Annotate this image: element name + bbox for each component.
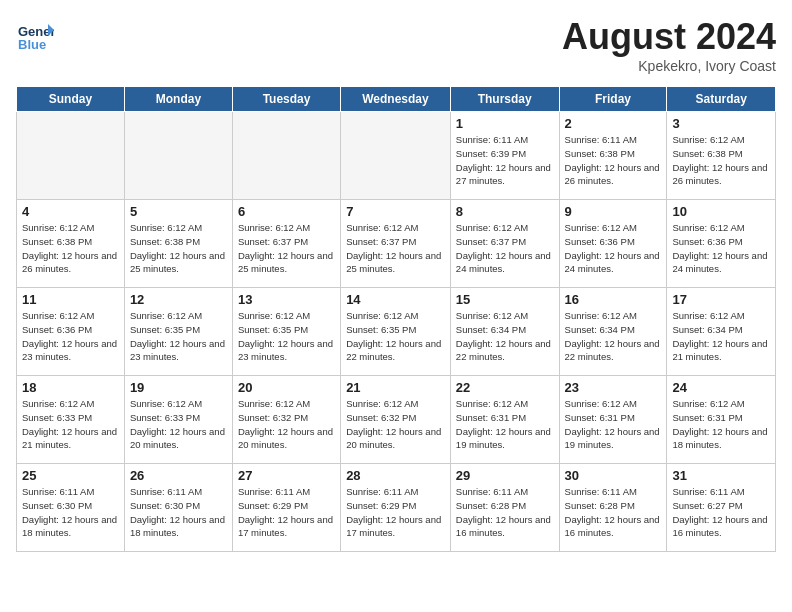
day-number: 3 (672, 116, 770, 131)
table-row (341, 112, 451, 200)
day-number: 4 (22, 204, 119, 219)
sun-info: Sunrise: 6:12 AM Sunset: 6:31 PM Dayligh… (672, 397, 770, 452)
sun-info: Sunrise: 6:11 AM Sunset: 6:29 PM Dayligh… (238, 485, 335, 540)
calendar-week-row: 25Sunrise: 6:11 AM Sunset: 6:30 PM Dayli… (17, 464, 776, 552)
sun-info: Sunrise: 6:11 AM Sunset: 6:28 PM Dayligh… (456, 485, 554, 540)
sun-info: Sunrise: 6:11 AM Sunset: 6:30 PM Dayligh… (22, 485, 119, 540)
sun-info: Sunrise: 6:12 AM Sunset: 6:31 PM Dayligh… (565, 397, 662, 452)
sun-info: Sunrise: 6:12 AM Sunset: 6:32 PM Dayligh… (346, 397, 445, 452)
col-monday: Monday (124, 87, 232, 112)
day-number: 18 (22, 380, 119, 395)
table-row: 11Sunrise: 6:12 AM Sunset: 6:36 PM Dayli… (17, 288, 125, 376)
day-number: 11 (22, 292, 119, 307)
sun-info: Sunrise: 6:12 AM Sunset: 6:37 PM Dayligh… (238, 221, 335, 276)
sun-info: Sunrise: 6:12 AM Sunset: 6:38 PM Dayligh… (672, 133, 770, 188)
day-number: 9 (565, 204, 662, 219)
sun-info: Sunrise: 6:11 AM Sunset: 6:28 PM Dayligh… (565, 485, 662, 540)
col-sunday: Sunday (17, 87, 125, 112)
table-row: 21Sunrise: 6:12 AM Sunset: 6:32 PM Dayli… (341, 376, 451, 464)
sun-info: Sunrise: 6:12 AM Sunset: 6:37 PM Dayligh… (346, 221, 445, 276)
day-number: 13 (238, 292, 335, 307)
day-number: 2 (565, 116, 662, 131)
sun-info: Sunrise: 6:11 AM Sunset: 6:30 PM Dayligh… (130, 485, 227, 540)
col-saturday: Saturday (667, 87, 776, 112)
day-number: 28 (346, 468, 445, 483)
table-row: 29Sunrise: 6:11 AM Sunset: 6:28 PM Dayli… (450, 464, 559, 552)
table-row: 5Sunrise: 6:12 AM Sunset: 6:38 PM Daylig… (124, 200, 232, 288)
table-row: 2Sunrise: 6:11 AM Sunset: 6:38 PM Daylig… (559, 112, 667, 200)
sun-info: Sunrise: 6:12 AM Sunset: 6:36 PM Dayligh… (565, 221, 662, 276)
logo: General Blue (16, 16, 54, 54)
sun-info: Sunrise: 6:12 AM Sunset: 6:34 PM Dayligh… (456, 309, 554, 364)
table-row: 28Sunrise: 6:11 AM Sunset: 6:29 PM Dayli… (341, 464, 451, 552)
sun-info: Sunrise: 6:12 AM Sunset: 6:33 PM Dayligh… (22, 397, 119, 452)
day-number: 15 (456, 292, 554, 307)
sun-info: Sunrise: 6:12 AM Sunset: 6:35 PM Dayligh… (238, 309, 335, 364)
table-row: 4Sunrise: 6:12 AM Sunset: 6:38 PM Daylig… (17, 200, 125, 288)
table-row: 27Sunrise: 6:11 AM Sunset: 6:29 PM Dayli… (232, 464, 340, 552)
day-number: 29 (456, 468, 554, 483)
day-number: 27 (238, 468, 335, 483)
table-row (17, 112, 125, 200)
table-row: 12Sunrise: 6:12 AM Sunset: 6:35 PM Dayli… (124, 288, 232, 376)
calendar-week-row: 11Sunrise: 6:12 AM Sunset: 6:36 PM Dayli… (17, 288, 776, 376)
month-year: August 2024 (562, 16, 776, 58)
day-number: 31 (672, 468, 770, 483)
sun-info: Sunrise: 6:12 AM Sunset: 6:34 PM Dayligh… (565, 309, 662, 364)
day-number: 20 (238, 380, 335, 395)
table-row (124, 112, 232, 200)
col-friday: Friday (559, 87, 667, 112)
day-number: 21 (346, 380, 445, 395)
table-row: 9Sunrise: 6:12 AM Sunset: 6:36 PM Daylig… (559, 200, 667, 288)
day-number: 30 (565, 468, 662, 483)
sun-info: Sunrise: 6:11 AM Sunset: 6:27 PM Dayligh… (672, 485, 770, 540)
svg-text:Blue: Blue (18, 37, 46, 52)
day-number: 12 (130, 292, 227, 307)
sun-info: Sunrise: 6:12 AM Sunset: 6:36 PM Dayligh… (22, 309, 119, 364)
sun-info: Sunrise: 6:12 AM Sunset: 6:36 PM Dayligh… (672, 221, 770, 276)
table-row: 24Sunrise: 6:12 AM Sunset: 6:31 PM Dayli… (667, 376, 776, 464)
sun-info: Sunrise: 6:12 AM Sunset: 6:38 PM Dayligh… (22, 221, 119, 276)
sun-info: Sunrise: 6:12 AM Sunset: 6:35 PM Dayligh… (130, 309, 227, 364)
table-row: 14Sunrise: 6:12 AM Sunset: 6:35 PM Dayli… (341, 288, 451, 376)
table-row: 16Sunrise: 6:12 AM Sunset: 6:34 PM Dayli… (559, 288, 667, 376)
table-row: 23Sunrise: 6:12 AM Sunset: 6:31 PM Dayli… (559, 376, 667, 464)
sun-info: Sunrise: 6:12 AM Sunset: 6:32 PM Dayligh… (238, 397, 335, 452)
day-number: 14 (346, 292, 445, 307)
sun-info: Sunrise: 6:12 AM Sunset: 6:31 PM Dayligh… (456, 397, 554, 452)
table-row: 3Sunrise: 6:12 AM Sunset: 6:38 PM Daylig… (667, 112, 776, 200)
table-row: 18Sunrise: 6:12 AM Sunset: 6:33 PM Dayli… (17, 376, 125, 464)
day-number: 6 (238, 204, 335, 219)
sun-info: Sunrise: 6:12 AM Sunset: 6:34 PM Dayligh… (672, 309, 770, 364)
day-number: 7 (346, 204, 445, 219)
page-header: General Blue August 2024 Kpekekro, Ivory… (16, 16, 776, 74)
table-row: 7Sunrise: 6:12 AM Sunset: 6:37 PM Daylig… (341, 200, 451, 288)
col-wednesday: Wednesday (341, 87, 451, 112)
location: Kpekekro, Ivory Coast (562, 58, 776, 74)
sun-info: Sunrise: 6:11 AM Sunset: 6:29 PM Dayligh… (346, 485, 445, 540)
day-number: 10 (672, 204, 770, 219)
day-number: 25 (22, 468, 119, 483)
calendar-table: Sunday Monday Tuesday Wednesday Thursday… (16, 86, 776, 552)
day-number: 1 (456, 116, 554, 131)
table-row: 1Sunrise: 6:11 AM Sunset: 6:39 PM Daylig… (450, 112, 559, 200)
col-thursday: Thursday (450, 87, 559, 112)
logo-icon: General Blue (16, 16, 54, 54)
sun-info: Sunrise: 6:11 AM Sunset: 6:39 PM Dayligh… (456, 133, 554, 188)
sun-info: Sunrise: 6:12 AM Sunset: 6:35 PM Dayligh… (346, 309, 445, 364)
calendar-header-row: Sunday Monday Tuesday Wednesday Thursday… (17, 87, 776, 112)
calendar-week-row: 18Sunrise: 6:12 AM Sunset: 6:33 PM Dayli… (17, 376, 776, 464)
table-row: 6Sunrise: 6:12 AM Sunset: 6:37 PM Daylig… (232, 200, 340, 288)
calendar-week-row: 1Sunrise: 6:11 AM Sunset: 6:39 PM Daylig… (17, 112, 776, 200)
table-row: 25Sunrise: 6:11 AM Sunset: 6:30 PM Dayli… (17, 464, 125, 552)
sun-info: Sunrise: 6:12 AM Sunset: 6:37 PM Dayligh… (456, 221, 554, 276)
day-number: 22 (456, 380, 554, 395)
col-tuesday: Tuesday (232, 87, 340, 112)
table-row: 22Sunrise: 6:12 AM Sunset: 6:31 PM Dayli… (450, 376, 559, 464)
table-row: 10Sunrise: 6:12 AM Sunset: 6:36 PM Dayli… (667, 200, 776, 288)
day-number: 26 (130, 468, 227, 483)
table-row: 8Sunrise: 6:12 AM Sunset: 6:37 PM Daylig… (450, 200, 559, 288)
table-row: 26Sunrise: 6:11 AM Sunset: 6:30 PM Dayli… (124, 464, 232, 552)
day-number: 17 (672, 292, 770, 307)
day-number: 19 (130, 380, 227, 395)
